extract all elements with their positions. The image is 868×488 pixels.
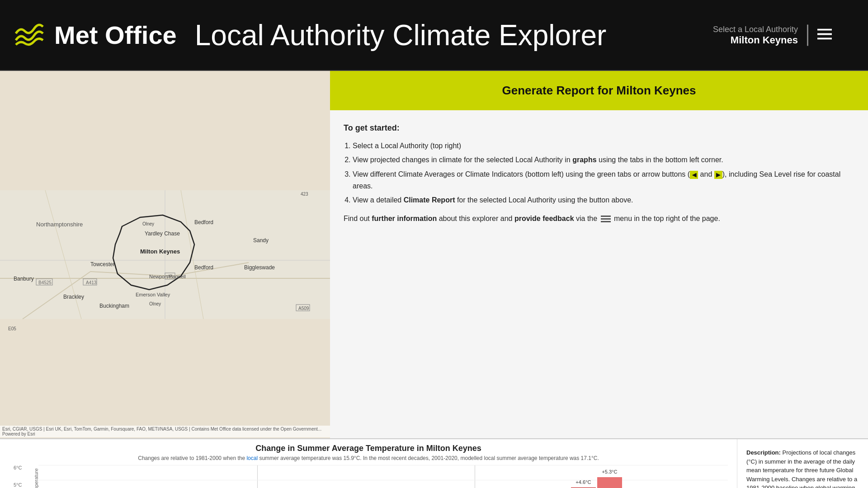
info-content: To get started: Select a Local Authority… bbox=[330, 110, 868, 235]
bar-3-upper: +5.3°C bbox=[597, 477, 622, 488]
header: Met Office Local Authority Climate Explo… bbox=[0, 0, 868, 70]
svg-text:Biggleswade: Biggleswade bbox=[244, 264, 275, 271]
select-authority[interactable]: Select a Local Authority Milton Keynes bbox=[713, 24, 808, 46]
step-1: Select a Local Authority (top right) bbox=[353, 140, 854, 152]
bar-label-3-median: +4.6°C bbox=[576, 479, 591, 485]
svg-text:Sandy: Sandy bbox=[253, 237, 269, 244]
select-authority-label: Select a Local Authority bbox=[713, 24, 798, 34]
chart-main: Change in Summer Average Temperature in … bbox=[0, 439, 737, 488]
chart-area: Change in Summer Average Temperature in … bbox=[0, 438, 868, 488]
map-attribution: Esri, CGIAR, USGS | Esri UK, Esri, TomTo… bbox=[0, 426, 330, 437]
step-3: View different Climate Averages or Clima… bbox=[353, 169, 854, 192]
svg-text:Milton Keynes: Milton Keynes bbox=[140, 248, 180, 255]
get-started-heading: To get started: bbox=[344, 122, 854, 135]
logo-area: Met Office bbox=[14, 20, 177, 51]
map-panel: Northamptonshire Towcester Yardley Chase… bbox=[0, 71, 330, 438]
svg-text:A413: A413 bbox=[86, 280, 97, 285]
svg-text:Yardley Chase: Yardley Chase bbox=[145, 230, 180, 237]
select-authority-value: Milton Keynes bbox=[713, 34, 798, 46]
main-content: Northamptonshire Towcester Yardley Chase… bbox=[0, 70, 868, 438]
y-label-5: 5°C bbox=[14, 482, 22, 488]
svg-text:Emerson Valley: Emerson Valley bbox=[136, 292, 170, 297]
footer-info: Find out further information about this … bbox=[344, 213, 854, 225]
svg-text:Brackley: Brackley bbox=[63, 294, 84, 300]
hamburger-icon[interactable] bbox=[817, 28, 832, 42]
svg-text:Bedford: Bedford bbox=[194, 219, 213, 225]
svg-rect-2 bbox=[817, 38, 832, 39]
svg-text:Buckingham: Buckingham bbox=[99, 303, 129, 309]
description-panel: Description: Projections of local change… bbox=[737, 439, 868, 488]
svg-text:Olney: Olney bbox=[142, 221, 154, 226]
generate-report-button[interactable]: Generate Report for Milton Keynes bbox=[330, 71, 868, 110]
desc-title: Description: bbox=[746, 449, 781, 456]
svg-text:Banbury: Banbury bbox=[14, 276, 34, 282]
map-svg: Northamptonshire Towcester Yardley Chase… bbox=[0, 71, 330, 438]
page-title: Local Authority Climate Explorer bbox=[195, 19, 607, 52]
svg-text:A6: A6 bbox=[167, 274, 173, 279]
svg-text:B4525: B4525 bbox=[38, 280, 52, 285]
y-label-6: 6°C bbox=[14, 465, 22, 470]
svg-rect-0 bbox=[817, 28, 832, 30]
steps-list: Select a Local Authority (top right) Vie… bbox=[344, 140, 854, 206]
step-2: View projected changes in climate for th… bbox=[353, 154, 854, 166]
menu-inline-icon bbox=[601, 216, 611, 223]
svg-text:Northamptonshire: Northamptonshire bbox=[36, 221, 83, 228]
svg-text:423: 423 bbox=[301, 192, 308, 197]
step-4: View a detailed Climate Report for the s… bbox=[353, 194, 854, 206]
desc-text-1: Description: Projections of local change… bbox=[746, 448, 859, 488]
bar-label-3-upper: +5.3°C bbox=[602, 469, 617, 474]
svg-rect-1 bbox=[817, 33, 832, 35]
svg-text:E05: E05 bbox=[8, 326, 16, 331]
info-panel: Generate Report for Milton Keynes To get… bbox=[330, 71, 868, 438]
svg-text:Bedford: Bedford bbox=[194, 264, 213, 271]
header-right: Select a Local Authority Milton Keynes bbox=[713, 24, 832, 46]
logo-waves-icon bbox=[14, 20, 45, 51]
svg-text:A509: A509 bbox=[298, 306, 309, 311]
chart-title: Change in Summer Average Temperature in … bbox=[9, 444, 728, 453]
svg-text:Towcester: Towcester bbox=[90, 261, 115, 267]
chart-subtitle: Changes are relative to 1981-2000 when t… bbox=[9, 455, 728, 461]
svg-text:Olney: Olney bbox=[149, 301, 161, 306]
logo-text: Met Office bbox=[54, 20, 177, 50]
